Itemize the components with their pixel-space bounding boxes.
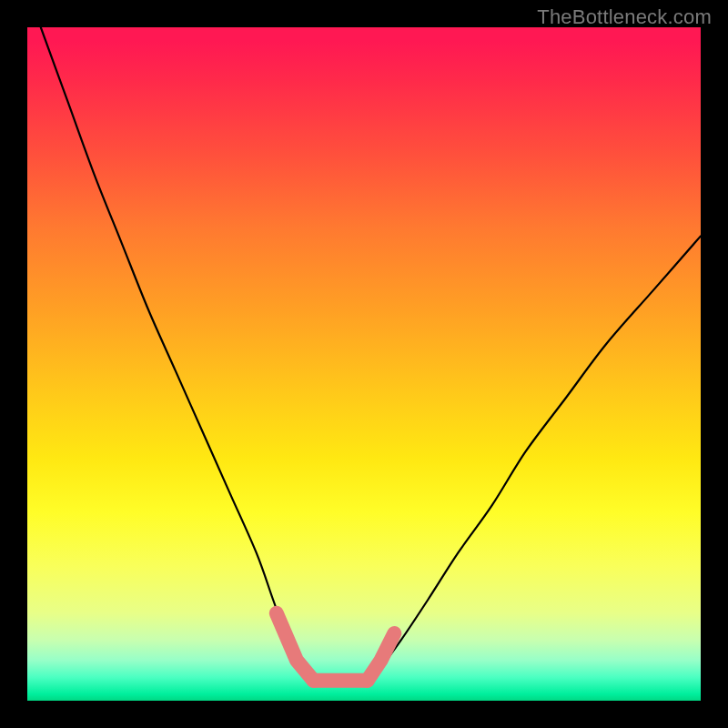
series-highlight_right: [368, 633, 395, 681]
series-left_curve: [41, 27, 314, 681]
chart-frame: TheBottleneck.com: [0, 0, 728, 728]
series-right_curve: [368, 236, 701, 680]
watermark-text: TheBottleneck.com: [537, 5, 712, 29]
series-highlight_left: [277, 613, 314, 681]
plot-area: [27, 27, 701, 701]
curve-layer: [27, 27, 701, 701]
